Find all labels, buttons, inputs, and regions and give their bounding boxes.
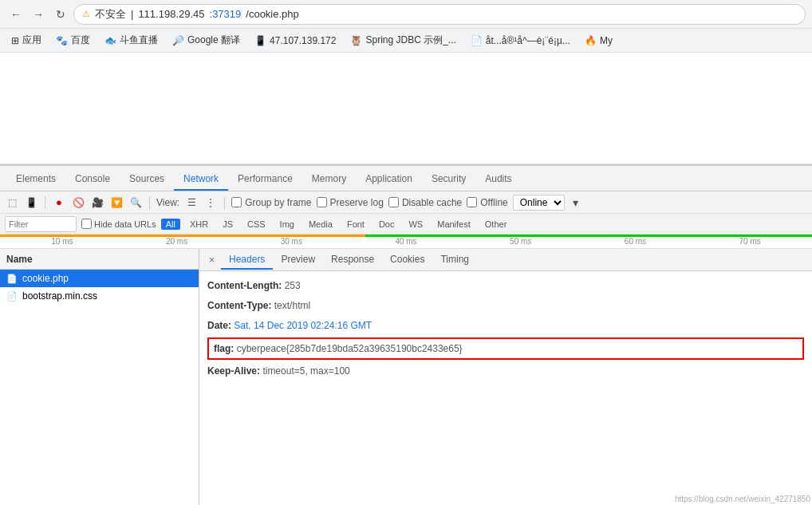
- header-val-content-length: 253: [285, 280, 301, 291]
- url-port: :37319: [210, 8, 242, 20]
- filter-other-button[interactable]: Other: [480, 219, 512, 230]
- address-bar[interactable]: ⚠ 不安全 | 111.198.29.45 :37319 /cookie.php: [73, 4, 806, 25]
- header-content-type: Content-Type: text/html: [207, 296, 804, 316]
- detail-tab-timing[interactable]: Timing: [432, 251, 477, 270]
- tab-network[interactable]: Network: [174, 168, 228, 191]
- bookmark-misc[interactable]: 📄 åt...å®¹å^—è¡¨é¡µ...: [464, 33, 577, 49]
- camera-button[interactable]: 🎥: [90, 195, 104, 210]
- bookmark-baidu[interactable]: 🐾 百度: [49, 31, 97, 49]
- detail-tab-response[interactable]: Response: [323, 251, 382, 270]
- filter-media-button[interactable]: Media: [304, 219, 337, 230]
- reload-button[interactable]: ↻: [51, 5, 70, 24]
- detail-tabs: × Headers Preview Response Cookies Timin…: [199, 249, 812, 271]
- page-content: [0, 53, 812, 164]
- url-host: 111.198.29.45: [138, 8, 204, 20]
- network-content: Name 📄 cookie.php 📄 bootstrap.min.css × …: [0, 249, 812, 505]
- header-val-date: Sat, 14 Dec 2019 02:24:16 GMT: [234, 320, 372, 331]
- header-key-content-length: Content-Length:: [207, 280, 282, 291]
- header-flag: flag: cyberpeace{285b7de19bda52a39635190…: [207, 337, 804, 360]
- bookmark-my[interactable]: 🔥 My: [578, 33, 619, 49]
- group-by-frame-checkbox[interactable]: Group by frame: [231, 197, 311, 208]
- filter-input[interactable]: [5, 216, 77, 232]
- filter-toggle-button[interactable]: 🔽: [109, 195, 124, 210]
- filter-js-button[interactable]: JS: [218, 219, 238, 230]
- my-icon: 🔥: [585, 35, 597, 46]
- header-key-keep-alive: Keep-Alive:: [207, 365, 260, 377]
- bookmark-google-translate[interactable]: 🔎 Google 翻译: [166, 31, 246, 49]
- filter-doc-button[interactable]: Doc: [374, 219, 400, 230]
- tab-memory[interactable]: Memory: [302, 168, 356, 191]
- file-name-bootstrap: bootstrap.min.css: [22, 290, 97, 302]
- tab-console[interactable]: Console: [65, 168, 120, 191]
- header-key-flag: flag:: [214, 343, 234, 354]
- filter-bar: Hide data URLs All XHR JS CSS Img Media …: [0, 214, 812, 235]
- timeline-50ms: 50 ms: [463, 237, 578, 246]
- timeline-bar: 10 ms 20 ms 30 ms 40 ms 50 ms 60 ms 70 m…: [0, 235, 812, 249]
- name-header: Name: [0, 249, 199, 270]
- bookmarks-bar: ⊞ 应用 🐾 百度 🐟 斗鱼直播 🔎 Google 翻译 📱 47.107.13…: [0, 29, 812, 53]
- forward-button[interactable]: →: [29, 5, 48, 24]
- toolbar-separator-2: [149, 196, 150, 209]
- timeline-10ms: 10 ms: [5, 237, 120, 246]
- disable-cache-checkbox[interactable]: Disable cache: [388, 197, 462, 208]
- url-separator: |: [131, 8, 133, 20]
- timeline-70ms: 70 ms: [692, 237, 807, 246]
- record-button[interactable]: ●: [52, 195, 66, 210]
- tab-performance[interactable]: Performance: [228, 168, 302, 191]
- filter-font-button[interactable]: Font: [342, 219, 369, 230]
- devtools-toolbar: ⬚ 📱 ● 🚫 🎥 🔽 🔍 View: ☰ ⋮ Group by frame P…: [0, 191, 812, 214]
- hide-data-urls-checkbox[interactable]: Hide data URLs: [81, 219, 156, 229]
- more-button[interactable]: ▾: [573, 196, 578, 209]
- toolbar-separator-3: [224, 196, 225, 209]
- list-view-button[interactable]: ☰: [184, 195, 199, 210]
- header-keep-alive: Keep-Alive: timeout=5, max=100: [207, 361, 804, 381]
- grid-view-button[interactable]: ⋮: [203, 195, 218, 210]
- filter-manifest-button[interactable]: Manifest: [432, 219, 475, 230]
- timeline-20ms: 20 ms: [120, 237, 235, 246]
- filter-xhr-button[interactable]: XHR: [185, 219, 213, 230]
- insecure-icon: ⚠: [82, 9, 90, 19]
- filter-img-button[interactable]: Img: [275, 219, 299, 230]
- url-path: /cookie.php: [246, 8, 299, 20]
- offline-checkbox[interactable]: Offline: [467, 197, 507, 208]
- php-file-icon: 📄: [6, 274, 18, 284]
- search-button[interactable]: 🔍: [128, 195, 143, 210]
- clear-button[interactable]: 🚫: [71, 195, 85, 210]
- detail-tab-cookies[interactable]: Cookies: [382, 251, 432, 270]
- bookmark-ip[interactable]: 📱 47.107.139.172: [248, 33, 342, 49]
- tab-application[interactable]: Application: [356, 168, 422, 191]
- misc-icon: 📄: [471, 35, 483, 46]
- apps-icon: ⊞: [11, 35, 19, 46]
- view-label: View:: [156, 197, 179, 208]
- browser-toolbar: ← → ↻ ⚠ 不安全 | 111.198.29.45 :37319 /cook…: [0, 0, 812, 29]
- detail-tab-headers[interactable]: Headers: [221, 251, 273, 270]
- tab-elements[interactable]: Elements: [6, 168, 65, 191]
- file-name-cookie: cookie.php: [22, 273, 69, 284]
- tab-sources[interactable]: Sources: [120, 168, 174, 191]
- tab-audits[interactable]: Audits: [475, 168, 521, 191]
- douyu-icon: 🐟: [104, 35, 116, 46]
- filter-all-button[interactable]: All: [161, 219, 180, 230]
- filter-ws-button[interactable]: WS: [404, 219, 428, 230]
- bookmark-douyu[interactable]: 🐟 斗鱼直播: [98, 31, 164, 49]
- preserve-log-checkbox[interactable]: Preserve log: [317, 197, 384, 208]
- translate-icon: 🔎: [172, 35, 184, 46]
- detail-close-button[interactable]: ×: [203, 251, 221, 269]
- back-button[interactable]: ←: [6, 5, 26, 24]
- throttle-select[interactable]: Online: [513, 195, 565, 211]
- file-row-bootstrap[interactable]: 📄 bootstrap.min.css: [0, 287, 199, 305]
- header-key-content-type: Content-Type:: [207, 300, 271, 311]
- baidu-icon: 🐾: [56, 35, 68, 46]
- bookmark-apps[interactable]: ⊞ 应用: [5, 31, 48, 49]
- detail-tab-preview[interactable]: Preview: [273, 251, 323, 270]
- filter-css-button[interactable]: CSS: [242, 219, 270, 230]
- file-row-cookie[interactable]: 📄 cookie.php: [0, 270, 199, 287]
- watermark: https://blog.csdn.net/weixin_42271850: [675, 495, 810, 503]
- header-val-flag: cyberpeace{285b7de19bda52a39635190bc2433…: [237, 343, 463, 354]
- bookmark-spring[interactable]: 🦉 Spring JDBC 示例_...: [344, 31, 462, 49]
- inspect-element-button[interactable]: ⬚: [5, 195, 19, 210]
- toolbar-separator-1: [45, 196, 45, 209]
- timeline-30ms: 30 ms: [234, 237, 349, 246]
- device-toggle-button[interactable]: 📱: [24, 195, 38, 210]
- tab-security[interactable]: Security: [422, 168, 475, 191]
